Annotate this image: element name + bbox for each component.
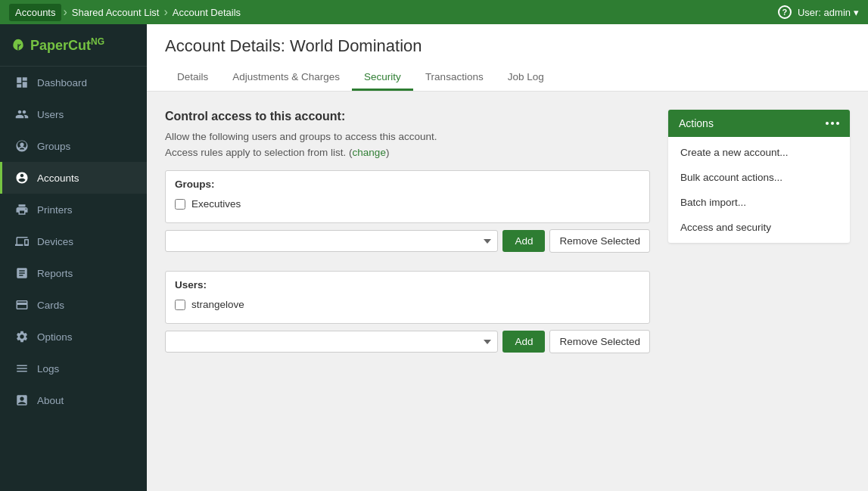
user-name-strangelove: strangelove bbox=[191, 299, 244, 310]
chevron-down-icon: ▾ bbox=[854, 7, 859, 18]
sidebar-item-logs[interactable]: Logs bbox=[0, 353, 147, 384]
breadcrumb: Accounts › Shared Account List › Account… bbox=[9, 4, 244, 21]
sidebar-label-reports: Reports bbox=[37, 268, 73, 279]
reports-icon bbox=[14, 266, 30, 281]
users-controls: Add Remove Selected bbox=[165, 330, 650, 353]
sidebar-label-logs: Logs bbox=[37, 363, 59, 374]
groups-section: Groups: Executives Add Remove Selected bbox=[165, 170, 650, 253]
sidebar-label-devices: Devices bbox=[37, 236, 73, 247]
accounts-icon bbox=[14, 170, 30, 185]
logo-area: PaperCutNG bbox=[0, 24, 147, 67]
groups-add-button[interactable]: Add bbox=[502, 230, 545, 252]
sidebar-item-options[interactable]: Options bbox=[0, 321, 147, 353]
page-title: Account Details: World Domination bbox=[165, 36, 850, 56]
tab-transactions[interactable]: Transactions bbox=[413, 65, 496, 91]
dot1 bbox=[826, 122, 829, 125]
top-bar: Accounts › Shared Account List › Account… bbox=[0, 0, 868, 24]
logs-icon bbox=[14, 361, 30, 376]
cards-icon bbox=[14, 297, 30, 312]
user-dropdown[interactable]: User: admin ▾ bbox=[798, 7, 859, 18]
top-bar-right: ? User: admin ▾ bbox=[778, 5, 859, 19]
action-batch-import[interactable]: Batch import... bbox=[668, 190, 850, 215]
users-section: Users: strangelove Add Remove Selected bbox=[165, 271, 650, 353]
content-right: Actions Create a new account... Bulk acc… bbox=[668, 110, 850, 473]
logo-leaf-icon bbox=[11, 38, 26, 53]
sidebar-label-accounts: Accounts bbox=[37, 172, 79, 184]
sidebar-item-accounts[interactable]: Accounts bbox=[0, 162, 147, 194]
sidebar-item-dashboard[interactable]: Dashboard bbox=[0, 67, 147, 98]
groups-list-box: Groups: Executives bbox=[165, 170, 650, 223]
actions-menu-button[interactable] bbox=[826, 122, 839, 125]
sidebar-item-printers[interactable]: Printers bbox=[0, 194, 147, 225]
sidebar-label-options: Options bbox=[37, 331, 73, 343]
sidebar-label-groups: Groups bbox=[37, 141, 70, 152]
user-item-strangelove: strangelove bbox=[175, 297, 640, 312]
action-create-new-account[interactable]: Create a new account... bbox=[668, 140, 850, 165]
groups-icon bbox=[14, 138, 30, 154]
group-name-executives: Executives bbox=[191, 198, 241, 210]
groups-controls: Add Remove Selected bbox=[165, 229, 650, 253]
sidebar-item-users[interactable]: Users bbox=[0, 98, 147, 130]
sidebar-label-about: About bbox=[37, 395, 64, 406]
user-checkbox-strangelove[interactable] bbox=[175, 300, 185, 310]
breadcrumb-accounts[interactable]: Accounts bbox=[9, 4, 61, 21]
help-icon[interactable]: ? bbox=[778, 5, 792, 19]
logo-text: PaperCutNG bbox=[30, 36, 104, 54]
tabs: Details Adjustments & Charges Security T… bbox=[165, 65, 850, 91]
groups-label: Groups: bbox=[175, 179, 640, 190]
breadcrumb-sep-2: › bbox=[163, 5, 167, 19]
sidebar-item-devices[interactable]: Devices bbox=[0, 225, 147, 257]
about-icon bbox=[14, 393, 30, 408]
users-remove-button[interactable]: Remove Selected bbox=[549, 330, 650, 353]
tab-details[interactable]: Details bbox=[165, 65, 220, 91]
tab-adjustments[interactable]: Adjustments & Charges bbox=[220, 65, 352, 91]
devices-icon bbox=[14, 234, 30, 249]
sidebar-item-about[interactable]: About bbox=[0, 384, 147, 416]
breadcrumb-sep-1: › bbox=[63, 5, 67, 19]
sidebar: PaperCutNG Dashboard Users Groups bbox=[0, 24, 147, 491]
control-access-heading: Control access to this account: bbox=[165, 110, 650, 123]
options-icon bbox=[14, 329, 30, 344]
page-header: Account Details: World Domination Detail… bbox=[147, 24, 868, 92]
tab-security[interactable]: Security bbox=[352, 65, 413, 91]
groups-dropdown[interactable] bbox=[165, 230, 498, 252]
breadcrumb-shared-account-list[interactable]: Shared Account List bbox=[69, 7, 163, 18]
action-access-and-security[interactable]: Access and security bbox=[668, 215, 850, 240]
printers-icon bbox=[14, 202, 30, 217]
users-icon bbox=[14, 107, 30, 122]
actions-panel: Actions Create a new account... Bulk acc… bbox=[668, 110, 850, 243]
sidebar-item-reports[interactable]: Reports bbox=[0, 257, 147, 289]
users-list-box: Users: strangelove bbox=[165, 271, 650, 324]
dot3 bbox=[836, 122, 839, 125]
sidebar-item-cards[interactable]: Cards bbox=[0, 289, 147, 321]
actions-header: Actions bbox=[668, 110, 850, 137]
access-rules-text: Access rules apply to selection from lis… bbox=[165, 147, 353, 158]
user-label: User: admin bbox=[798, 7, 851, 18]
users-dropdown[interactable] bbox=[165, 331, 498, 353]
dot2 bbox=[831, 122, 834, 125]
main-content: Control access to this account: Allow th… bbox=[147, 92, 868, 491]
tab-joblog[interactable]: Job Log bbox=[496, 65, 556, 91]
sidebar-label-users: Users bbox=[37, 109, 64, 120]
actions-list: Create a new account... Bulk account act… bbox=[668, 137, 850, 243]
sidebar-label-printers: Printers bbox=[37, 204, 73, 216]
group-checkbox-executives[interactable] bbox=[175, 199, 185, 210]
content-left: Control access to this account: Allow th… bbox=[165, 110, 650, 473]
section-desc1: Allow the following users and groups to … bbox=[165, 131, 650, 142]
section-desc2: Access rules apply to selection from lis… bbox=[165, 147, 650, 158]
change-link[interactable]: change bbox=[353, 147, 386, 158]
actions-title: Actions bbox=[679, 117, 714, 129]
groups-remove-button[interactable]: Remove Selected bbox=[549, 229, 650, 253]
users-label: Users: bbox=[175, 279, 640, 291]
users-add-button[interactable]: Add bbox=[502, 331, 545, 353]
sidebar-label-dashboard: Dashboard bbox=[37, 77, 87, 89]
sidebar-item-groups[interactable]: Groups bbox=[0, 130, 147, 162]
dashboard-icon bbox=[14, 75, 30, 90]
content-area: Account Details: World Domination Detail… bbox=[147, 24, 868, 491]
group-item-executives: Executives bbox=[175, 196, 640, 212]
action-bulk-account-actions[interactable]: Bulk account actions... bbox=[668, 165, 850, 190]
sidebar-label-cards: Cards bbox=[37, 300, 64, 311]
breadcrumb-account-details[interactable]: Account Details bbox=[170, 7, 244, 18]
